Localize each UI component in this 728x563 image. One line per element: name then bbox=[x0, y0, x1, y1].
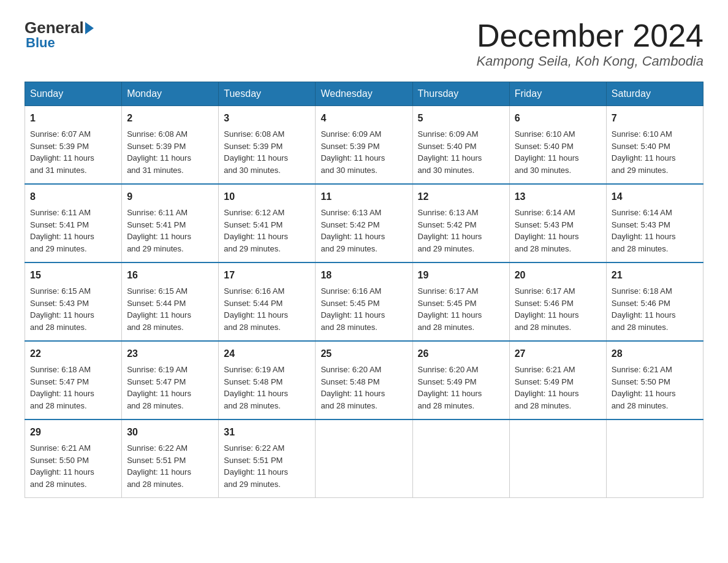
day-number: 2 bbox=[127, 111, 213, 126]
day-info: Sunrise: 6:08 AMSunset: 5:39 PMDaylight:… bbox=[224, 128, 310, 176]
title-area: December 2024 Kampong Seila, Koh Kong, C… bbox=[476, 18, 703, 69]
day-info: Sunrise: 6:22 AMSunset: 5:51 PMDaylight:… bbox=[224, 442, 310, 490]
calendar-cell: 12Sunrise: 6:13 AMSunset: 5:42 PMDayligh… bbox=[412, 184, 509, 262]
day-info: Sunrise: 6:10 AMSunset: 5:40 PMDaylight:… bbox=[515, 128, 601, 176]
calendar-cell: 28Sunrise: 6:21 AMSunset: 5:50 PMDayligh… bbox=[606, 341, 703, 419]
calendar-cell: 24Sunrise: 6:19 AMSunset: 5:48 PMDayligh… bbox=[219, 341, 316, 419]
day-number: 16 bbox=[127, 268, 213, 283]
calendar-cell: 13Sunrise: 6:14 AMSunset: 5:43 PMDayligh… bbox=[509, 184, 606, 262]
calendar-cell: 30Sunrise: 6:22 AMSunset: 5:51 PMDayligh… bbox=[122, 419, 219, 498]
calendar-table: SundayMondayTuesdayWednesdayThursdayFrid… bbox=[25, 82, 703, 498]
calendar-cell bbox=[412, 419, 509, 498]
day-info: Sunrise: 6:13 AMSunset: 5:42 PMDaylight:… bbox=[418, 207, 504, 255]
calendar-cell: 22Sunrise: 6:18 AMSunset: 5:47 PMDayligh… bbox=[25, 341, 122, 419]
calendar-cell: 29Sunrise: 6:21 AMSunset: 5:50 PMDayligh… bbox=[25, 419, 122, 498]
day-number: 22 bbox=[30, 347, 116, 361]
day-info: Sunrise: 6:14 AMSunset: 5:43 PMDaylight:… bbox=[515, 207, 601, 255]
day-info: Sunrise: 6:20 AMSunset: 5:48 PMDaylight:… bbox=[320, 364, 407, 412]
day-info: Sunrise: 6:15 AMSunset: 5:44 PMDaylight:… bbox=[127, 285, 213, 333]
header-row: SundayMondayTuesdayWednesdayThursdayFrid… bbox=[25, 82, 703, 106]
day-number: 3 bbox=[224, 111, 310, 126]
calendar-cell: 7Sunrise: 6:10 AMSunset: 5:40 PMDaylight… bbox=[606, 106, 703, 185]
day-number: 9 bbox=[127, 190, 213, 204]
day-number: 6 bbox=[515, 111, 601, 126]
day-number: 5 bbox=[418, 111, 504, 126]
day-info: Sunrise: 6:20 AMSunset: 5:49 PMDaylight:… bbox=[418, 364, 504, 412]
day-number: 18 bbox=[320, 268, 407, 283]
calendar-cell: 19Sunrise: 6:17 AMSunset: 5:45 PMDayligh… bbox=[412, 262, 509, 341]
day-number: 19 bbox=[418, 268, 504, 283]
day-info: Sunrise: 6:21 AMSunset: 5:49 PMDaylight:… bbox=[515, 364, 601, 412]
day-info: Sunrise: 6:07 AMSunset: 5:39 PMDaylight:… bbox=[30, 128, 116, 176]
day-info: Sunrise: 6:21 AMSunset: 5:50 PMDaylight:… bbox=[612, 364, 698, 412]
day-info: Sunrise: 6:19 AMSunset: 5:47 PMDaylight:… bbox=[127, 364, 213, 412]
day-info: Sunrise: 6:09 AMSunset: 5:39 PMDaylight:… bbox=[320, 128, 407, 176]
day-number: 7 bbox=[612, 111, 698, 126]
day-number: 14 bbox=[612, 190, 698, 204]
calendar-cell: 26Sunrise: 6:20 AMSunset: 5:49 PMDayligh… bbox=[412, 341, 509, 419]
calendar-cell: 8Sunrise: 6:11 AMSunset: 5:41 PMDaylight… bbox=[25, 184, 122, 262]
day-number: 13 bbox=[515, 190, 601, 204]
day-number: 26 bbox=[418, 347, 504, 361]
week-row-2: 8Sunrise: 6:11 AMSunset: 5:41 PMDaylight… bbox=[25, 184, 703, 262]
logo-blue-text: Blue bbox=[25, 35, 55, 51]
logo: General Blue bbox=[25, 18, 95, 51]
calendar-cell: 25Sunrise: 6:20 AMSunset: 5:48 PMDayligh… bbox=[316, 341, 412, 419]
day-info: Sunrise: 6:16 AMSunset: 5:44 PMDaylight:… bbox=[224, 285, 310, 333]
day-number: 10 bbox=[224, 190, 310, 204]
day-info: Sunrise: 6:10 AMSunset: 5:40 PMDaylight:… bbox=[612, 128, 698, 176]
day-info: Sunrise: 6:21 AMSunset: 5:50 PMDaylight:… bbox=[30, 442, 116, 490]
calendar-cell: 16Sunrise: 6:15 AMSunset: 5:44 PMDayligh… bbox=[122, 262, 219, 341]
day-number: 20 bbox=[515, 268, 601, 283]
calendar-cell bbox=[606, 419, 703, 498]
calendar-cell: 11Sunrise: 6:13 AMSunset: 5:42 PMDayligh… bbox=[316, 184, 412, 262]
day-info: Sunrise: 6:17 AMSunset: 5:45 PMDaylight:… bbox=[418, 285, 504, 333]
calendar-cell: 1Sunrise: 6:07 AMSunset: 5:39 PMDaylight… bbox=[25, 106, 122, 185]
day-number: 12 bbox=[418, 190, 504, 204]
day-number: 1 bbox=[30, 111, 116, 126]
header-day-monday: Monday bbox=[122, 82, 219, 106]
day-info: Sunrise: 6:18 AMSunset: 5:47 PMDaylight:… bbox=[30, 364, 116, 412]
logo-arrow-icon bbox=[85, 22, 94, 34]
day-info: Sunrise: 6:09 AMSunset: 5:40 PMDaylight:… bbox=[418, 128, 504, 176]
calendar-cell bbox=[509, 419, 606, 498]
day-info: Sunrise: 6:19 AMSunset: 5:48 PMDaylight:… bbox=[224, 364, 310, 412]
day-number: 30 bbox=[127, 425, 213, 440]
day-info: Sunrise: 6:11 AMSunset: 5:41 PMDaylight:… bbox=[30, 207, 116, 255]
day-info: Sunrise: 6:16 AMSunset: 5:45 PMDaylight:… bbox=[320, 285, 407, 333]
header-day-thursday: Thursday bbox=[412, 82, 509, 106]
day-number: 31 bbox=[224, 425, 310, 440]
day-info: Sunrise: 6:12 AMSunset: 5:41 PMDaylight:… bbox=[224, 207, 310, 255]
calendar-cell: 27Sunrise: 6:21 AMSunset: 5:49 PMDayligh… bbox=[509, 341, 606, 419]
calendar-cell: 21Sunrise: 6:18 AMSunset: 5:46 PMDayligh… bbox=[606, 262, 703, 341]
day-info: Sunrise: 6:18 AMSunset: 5:46 PMDaylight:… bbox=[612, 285, 698, 333]
day-info: Sunrise: 6:17 AMSunset: 5:46 PMDaylight:… bbox=[515, 285, 601, 333]
week-row-3: 15Sunrise: 6:15 AMSunset: 5:43 PMDayligh… bbox=[25, 262, 703, 341]
day-number: 15 bbox=[30, 268, 116, 283]
day-number: 25 bbox=[320, 347, 407, 361]
day-number: 17 bbox=[224, 268, 310, 283]
calendar-cell: 20Sunrise: 6:17 AMSunset: 5:46 PMDayligh… bbox=[509, 262, 606, 341]
day-number: 21 bbox=[612, 268, 698, 283]
calendar-cell: 2Sunrise: 6:08 AMSunset: 5:39 PMDaylight… bbox=[122, 106, 219, 185]
header-day-friday: Friday bbox=[509, 82, 606, 106]
day-number: 23 bbox=[127, 347, 213, 361]
calendar-cell: 5Sunrise: 6:09 AMSunset: 5:40 PMDaylight… bbox=[412, 106, 509, 185]
week-row-5: 29Sunrise: 6:21 AMSunset: 5:50 PMDayligh… bbox=[25, 419, 703, 498]
calendar-cell: 6Sunrise: 6:10 AMSunset: 5:40 PMDaylight… bbox=[509, 106, 606, 185]
header-day-sunday: Sunday bbox=[25, 82, 122, 106]
day-info: Sunrise: 6:15 AMSunset: 5:43 PMDaylight:… bbox=[30, 285, 116, 333]
calendar-cell: 3Sunrise: 6:08 AMSunset: 5:39 PMDaylight… bbox=[219, 106, 316, 185]
day-number: 4 bbox=[320, 111, 407, 126]
week-row-4: 22Sunrise: 6:18 AMSunset: 5:47 PMDayligh… bbox=[25, 341, 703, 419]
header-day-wednesday: Wednesday bbox=[316, 82, 412, 106]
calendar-subtitle: Kampong Seila, Koh Kong, Cambodia bbox=[476, 53, 703, 69]
day-number: 27 bbox=[515, 347, 601, 361]
day-info: Sunrise: 6:14 AMSunset: 5:43 PMDaylight:… bbox=[612, 207, 698, 255]
day-number: 29 bbox=[30, 425, 116, 440]
day-info: Sunrise: 6:22 AMSunset: 5:51 PMDaylight:… bbox=[127, 442, 213, 490]
calendar-cell: 9Sunrise: 6:11 AMSunset: 5:41 PMDaylight… bbox=[122, 184, 219, 262]
day-number: 24 bbox=[224, 347, 310, 361]
calendar-cell: 23Sunrise: 6:19 AMSunset: 5:47 PMDayligh… bbox=[122, 341, 219, 419]
calendar-cell bbox=[316, 419, 412, 498]
